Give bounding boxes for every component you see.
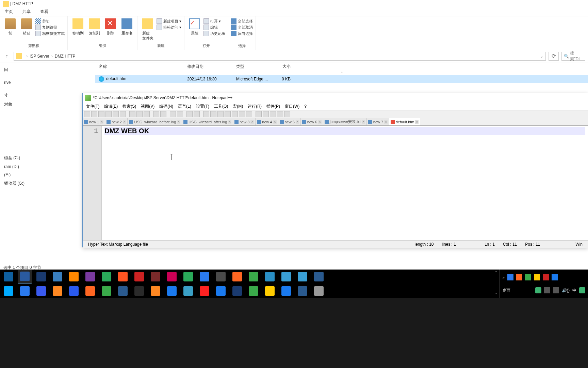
menu-run[interactable]: 运行(R) [246,103,264,110]
ime-indicator[interactable]: 中 [572,288,576,293]
new-item-button[interactable]: 新建项目 ▾ [157,18,181,24]
npp-tab[interactable]: jumpserver安装.txt× [323,118,367,125]
tray-overflow-icon[interactable]: » [502,275,505,280]
sidebar-item[interactable]: 对象 [0,100,95,109]
copy-to-button[interactable]: 复制到 [87,17,102,36]
taskbar-app[interactable] [263,270,277,283]
taskbar-app[interactable] [34,270,48,283]
taskbar-app[interactable] [50,270,65,283]
taskbar-app[interactable] [99,284,114,298]
tool-cut-icon[interactable] [129,111,135,117]
npp-tab[interactable]: default.htm× [389,118,420,125]
delete-button[interactable]: 删除 [103,17,118,36]
taskbar-app[interactable] [295,284,310,298]
close-tab-icon[interactable]: × [250,120,254,124]
chevron-down-icon[interactable]: ⌄ [540,54,543,59]
select-none-button[interactable]: 全部取消 [231,25,253,30]
taskbar-app[interactable] [165,270,179,283]
easy-access-button[interactable]: 轻松访问 ▾ [157,25,181,30]
taskbar-app[interactable] [246,284,261,298]
tool-folder-icon[interactable] [239,111,245,117]
close-tab-icon[interactable]: × [228,120,231,124]
sidebar-item-drive-g[interactable]: 驱动器 (G:) [0,179,95,188]
npp-tab[interactable]: USG_winzard_after.log× [182,118,233,125]
rename-button[interactable]: 重命名 [119,17,134,36]
taskbar-app[interactable] [50,284,65,298]
sidebar-item[interactable]: 问 [0,65,95,74]
npp-tab[interactable]: new 5× [278,118,301,125]
close-tab-icon[interactable]: × [123,120,126,124]
taskbar-app[interactable] [116,270,130,283]
tool-fast-icon[interactable] [277,111,283,117]
up-button[interactable]: ↑ [3,52,11,60]
tray-app-icon[interactable] [543,274,549,280]
close-tab-icon[interactable]: × [318,120,322,124]
tool-func-icon[interactable] [232,111,238,117]
close-tab-icon[interactable]: × [415,120,419,124]
sidebar-item-drive-c[interactable]: 磁盘 (C:) [0,153,95,163]
npp-tab[interactable]: new 2× [105,118,128,125]
tool-monitor-icon[interactable] [246,111,252,117]
tool-saveall-icon[interactable] [105,111,112,117]
breadcrumb-path[interactable]: › ISP Server › DMZ HTTP ⌄ [14,52,546,61]
tool-new-icon[interactable] [84,111,90,117]
taskbar-app[interactable] [34,284,48,298]
explorer-title-bar[interactable]: | DMZ HTTP [0,0,588,7]
file-row-default-htm[interactable]: default.htm 2021/4/13 16:30 Microsoft Ed… [95,75,588,83]
sidebar-item-drive-d[interactable]: ram (D:) [0,163,95,171]
volume-icon[interactable]: 🔊)) [562,288,570,293]
close-tab-icon[interactable]: × [296,120,299,124]
tool-wrap-icon[interactable] [210,111,216,117]
menu-help[interactable]: ? [302,103,309,109]
taskbar-app[interactable] [132,270,146,283]
taskbar-app[interactable] [181,284,195,298]
search-input[interactable]: 🔍 搜索"DI [561,52,585,61]
tray-app-icon[interactable] [516,274,522,280]
tool-record-icon[interactable] [256,111,262,117]
taskbar-app[interactable] [132,284,146,298]
tab-home[interactable]: 主页 [0,7,18,16]
tray-app-icon[interactable] [544,287,550,293]
menu-file[interactable]: 文件(F) [84,103,101,110]
tab-share[interactable]: 共享 [18,7,35,16]
taskbar-app[interactable] [148,284,163,298]
properties-button[interactable]: 属性 [187,17,202,36]
menu-search[interactable]: 搜索(S) [120,103,138,110]
menu-window[interactable]: 窗口(W) [283,103,301,110]
taskbar-app[interactable] [197,270,212,283]
editor-textarea[interactable]: DMZ WEB OK [102,126,588,240]
tool-chars-icon[interactable] [217,111,224,117]
tool-zoomin-icon[interactable] [186,111,193,117]
close-tab-icon[interactable]: × [273,120,277,124]
taskbar-app[interactable] [83,284,97,298]
history-button[interactable]: 历史记录 [203,31,225,36]
tool-sync-icon[interactable] [203,111,209,117]
tool-find-icon[interactable] [170,111,176,117]
taskbar-app[interactable] [312,284,326,298]
paste-button[interactable]: 粘贴 [19,17,34,36]
sidebar-item-drive-e[interactable]: (E:) [0,171,95,179]
close-tab-icon[interactable]: × [384,120,388,124]
tray-s-icon[interactable] [579,287,585,293]
tool-print-icon[interactable] [120,111,126,117]
menu-plugins[interactable]: 插件(P) [264,103,282,110]
refresh-button[interactable]: ⟳ [549,52,559,61]
col-name[interactable]: 名称 [95,62,184,71]
taskbar-app[interactable] [1,270,16,283]
taskbar-app[interactable] [312,270,326,283]
npp-title-bar[interactable]: *C:\Users\xiaofeixia\Desktop\ISP Server\… [83,93,588,103]
taskbar-app[interactable] [246,270,261,283]
close-tab-icon[interactable]: × [362,120,365,124]
menu-settings[interactable]: 设置(T) [194,103,211,110]
edit-button[interactable]: 编辑 [203,25,225,30]
taskbar-app[interactable] [230,284,244,298]
tool-play-icon[interactable] [270,111,276,117]
tool-savemacro-icon[interactable] [284,111,290,117]
close-tab-icon[interactable]: × [100,120,103,124]
copy-path-button[interactable]: 复制路径 [35,25,65,30]
tool-save-icon[interactable] [98,111,104,117]
tool-zoomout-icon[interactable] [194,111,200,117]
tab-view[interactable]: 查看 [35,7,53,16]
taskbar-app[interactable] [18,270,32,283]
crumb-dmz[interactable]: DMZ HTTP [55,54,76,59]
